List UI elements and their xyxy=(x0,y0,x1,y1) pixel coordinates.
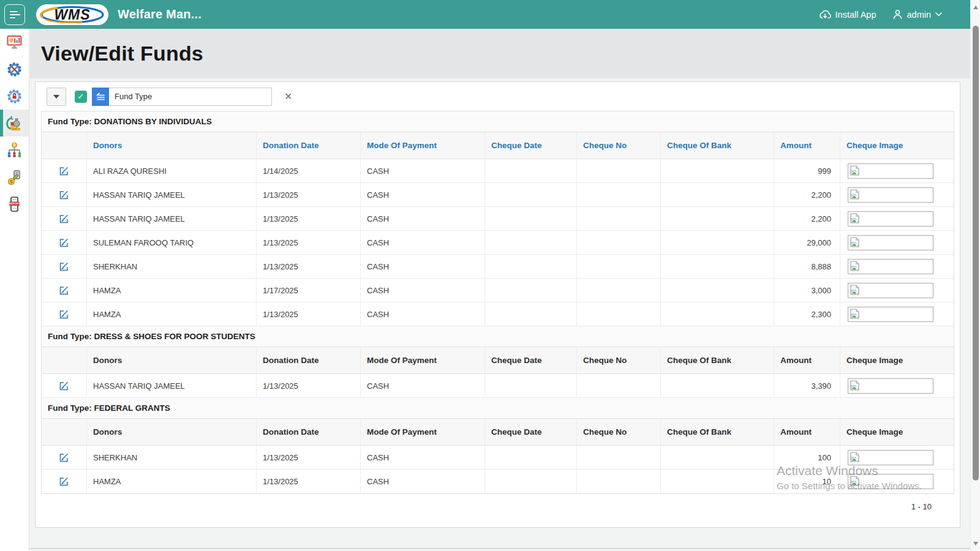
scroll-down-arrow-icon[interactable] xyxy=(973,542,978,545)
cheque-image-placeholder[interactable] xyxy=(848,283,933,298)
sidebar-item-budget[interactable]: $ xyxy=(0,163,29,190)
column-header: Mode Of Payment xyxy=(361,347,485,373)
filter-dropdown-button[interactable] xyxy=(47,88,66,106)
sidebar-item-security-settings[interactable] xyxy=(0,83,29,110)
bottom-divider xyxy=(30,548,970,549)
column-header[interactable]: Cheque Date xyxy=(485,132,577,159)
table-row: SHERKHAN1/13/2025CASH100 xyxy=(42,446,954,470)
cheque-image-placeholder[interactable] xyxy=(848,163,933,179)
sidebar-item-settings-tools[interactable] xyxy=(0,56,29,83)
column-header[interactable]: Donation Date xyxy=(257,132,361,159)
column-header-blank xyxy=(42,347,87,373)
wms-logo-icon: WMS xyxy=(39,6,105,24)
cell-cheque-image xyxy=(840,446,954,469)
cell-cheque-bank xyxy=(661,159,774,182)
cheque-image-placeholder[interactable] xyxy=(848,187,933,203)
column-header[interactable]: Mode Of Payment xyxy=(361,132,485,159)
wms-logo[interactable]: WMS xyxy=(36,4,108,25)
cell-donor: SHERKHAN xyxy=(87,446,257,469)
edit-row-button[interactable] xyxy=(59,261,69,272)
cell-mode-of-payment: CASH xyxy=(361,374,485,397)
filter-checkbox[interactable]: ✓ xyxy=(75,91,87,103)
column-header: Donors xyxy=(87,419,257,445)
svg-text:$: $ xyxy=(13,143,16,148)
edit-row-button[interactable] xyxy=(59,190,69,200)
broken-image-icon xyxy=(849,284,861,296)
funds-table: Fund Type: DONATIONS BY INDIVIDUALSDonor… xyxy=(41,111,954,494)
cell-cheque-no xyxy=(577,374,661,397)
cell-donation-date: 1/17/2025 xyxy=(257,279,361,302)
edit-icon xyxy=(59,261,69,272)
title-band: View/Edit Funds xyxy=(30,29,970,78)
column-header[interactable]: Cheque Of Bank xyxy=(661,132,774,159)
cell-cheque-image xyxy=(840,231,954,254)
broken-image-icon xyxy=(849,475,861,487)
cell-amount: 8,888 xyxy=(774,255,840,278)
column-header[interactable]: Amount xyxy=(774,132,840,159)
cell-cheque-date xyxy=(485,231,577,254)
edit-row-button[interactable] xyxy=(59,309,69,320)
sidebar-item-reports[interactable]: REPORT xyxy=(0,190,29,217)
edit-row-button[interactable] xyxy=(59,285,69,296)
scrollbar-thumb[interactable] xyxy=(973,26,979,481)
sidebar-item-dashboard[interactable] xyxy=(0,29,29,56)
column-header: Cheque Date xyxy=(485,419,577,445)
cell-cheque-bank xyxy=(661,446,774,469)
broken-image-icon xyxy=(849,236,861,248)
cell-cheque-no xyxy=(577,470,661,493)
edit-icon xyxy=(59,285,69,296)
filter-value-input[interactable] xyxy=(109,88,272,106)
user-menu[interactable]: admin xyxy=(892,9,943,20)
table-row: HASSAN TARIQ JAMEEL1/13/2025CASH3,390 xyxy=(42,374,954,398)
gear-lock-icon xyxy=(6,88,23,105)
column-header: Mode Of Payment xyxy=(361,419,485,445)
cell-mode-of-payment: CASH xyxy=(361,255,485,278)
clear-filter-button[interactable]: ✕ xyxy=(281,89,296,103)
sidebar-item-fund-distribution[interactable]: $ xyxy=(0,137,29,163)
cheque-image-placeholder[interactable] xyxy=(848,307,933,322)
column-header[interactable]: Cheque Image xyxy=(840,132,954,159)
cell-donor: ALI RAZA QURESHI xyxy=(87,159,257,182)
column-header: Donors xyxy=(87,347,257,373)
cheque-image-placeholder[interactable] xyxy=(848,211,933,227)
cell-donation-date: 1/13/2025 xyxy=(257,231,361,254)
distribution-icon: $ xyxy=(6,142,23,159)
cheque-image-placeholder[interactable] xyxy=(848,474,933,489)
table-row: SHERKHAN1/13/2025CASH8,888 xyxy=(42,255,954,279)
cell-mode-of-payment: CASH xyxy=(361,183,485,206)
column-header[interactable]: Cheque No xyxy=(577,132,661,159)
user-icon xyxy=(892,9,903,20)
install-app-button[interactable]: Install App xyxy=(819,10,876,20)
scroll-up-arrow-icon[interactable] xyxy=(973,6,978,9)
edit-row-button[interactable] xyxy=(59,214,69,224)
filter-toolbar: ✓ ✕ xyxy=(36,82,960,111)
broken-image-icon xyxy=(849,189,861,200)
edit-row-button[interactable] xyxy=(59,238,69,248)
cheque-image-placeholder[interactable] xyxy=(848,235,933,250)
cheque-image-placeholder[interactable] xyxy=(848,450,933,465)
svg-text:REPORT: REPORT xyxy=(9,202,20,205)
edit-row-button[interactable] xyxy=(59,452,69,463)
report-icon: REPORT xyxy=(6,196,23,212)
cell-cheque-no xyxy=(577,207,661,230)
edit-row-button[interactable] xyxy=(59,476,69,487)
cell-cheque-no xyxy=(577,183,661,206)
cheque-image-placeholder[interactable] xyxy=(848,378,933,394)
menu-toggle-button[interactable] xyxy=(4,4,25,25)
edit-row-button[interactable] xyxy=(59,381,69,391)
cell-cheque-image xyxy=(840,302,954,326)
group-header: Fund Type: DRESS & SHOES FOR POOR STUDEN… xyxy=(42,326,954,347)
group-by-button[interactable] xyxy=(92,88,109,106)
broken-image-icon xyxy=(849,380,861,391)
cell-cheque-date xyxy=(485,374,577,397)
cloud-download-icon xyxy=(819,10,831,20)
cheque-image-placeholder[interactable] xyxy=(848,259,933,274)
cell-cheque-bank xyxy=(661,183,774,206)
vertical-scrollbar[interactable] xyxy=(970,0,980,551)
sidebar-item-funds[interactable] xyxy=(0,110,29,137)
column-header[interactable]: Donors xyxy=(87,132,257,159)
cell-mode-of-payment: CASH xyxy=(361,231,485,254)
chevron-down-icon xyxy=(935,12,942,17)
edit-row-button[interactable] xyxy=(59,166,69,176)
page-title: View/Edit Funds xyxy=(41,42,203,66)
